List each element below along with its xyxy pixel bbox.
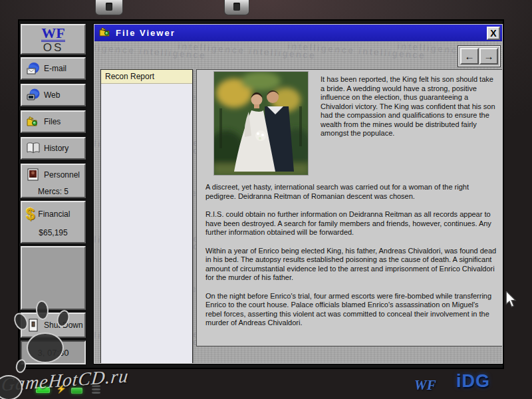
window-titlebar: File Viewer X <box>94 25 502 41</box>
latch-slot <box>233 3 240 11</box>
sidebar-item-label: Files <box>44 117 61 126</box>
window-title: File Viewer <box>116 28 176 38</box>
laptop-bezel: WF OS E-mail Web Files <box>0 0 532 399</box>
document-paragraph: R.I.S. could obtain no further informati… <box>205 210 497 237</box>
next-page-button[interactable]: → <box>479 48 498 65</box>
bezel-brand-wf: WF <box>414 377 436 394</box>
bezel-brand-idg: iDG <box>456 371 490 392</box>
sidebar-item-label: Web <box>44 90 60 100</box>
sidebar-item-label: Personnel <box>44 170 80 180</box>
os-logo: WF OS <box>21 24 86 55</box>
web-icon <box>26 88 41 102</box>
file-list-item-recon-report[interactable]: Recon Report <box>101 70 192 84</box>
dollar-icon: $ <box>26 205 35 223</box>
screen-latch <box>224 0 249 15</box>
mercs-count: Mercs: 5 <box>22 185 84 196</box>
document-lead-paragraph: It has been reported, the King felt his … <box>321 75 496 138</box>
close-button[interactable]: X <box>487 27 500 40</box>
os-logo-wf: WF <box>41 27 65 42</box>
prev-page-button[interactable]: ← <box>460 48 479 65</box>
file-list: Recon Report <box>100 69 193 363</box>
email-icon <box>26 62 41 75</box>
screen-latch <box>95 0 123 15</box>
os-logo-os: OS <box>22 42 84 53</box>
paw-print-watermark <box>0 358 40 399</box>
sidebar-item-web[interactable]: Web <box>21 84 86 106</box>
personnel-photo-icon <box>26 168 41 182</box>
balance-amount: $65,195 <box>22 226 84 237</box>
document-paragraphs: A discreet, yet hasty, international sea… <box>205 183 497 337</box>
mouse-cursor <box>505 291 517 311</box>
page-nav: ← → <box>458 46 500 66</box>
sidebar-item-email[interactable]: E-mail <box>21 57 86 80</box>
history-icon <box>26 142 41 155</box>
sidebar-item-label: E-mail <box>44 64 66 73</box>
wedding-photo <box>214 72 308 175</box>
sidebar-item-label: History <box>44 144 68 153</box>
file-viewer-icon <box>99 27 111 40</box>
window-body: intelligence intelligenceintelligence in… <box>94 41 502 363</box>
document-view: It has been reported, the King felt his … <box>196 69 502 346</box>
files-icon <box>26 115 41 128</box>
document-paragraph: Within a year of Enrico being elected Ki… <box>205 247 497 283</box>
latch-slot <box>106 3 112 11</box>
document-paragraph: On the night before Enrico's trial, four… <box>205 292 497 328</box>
sidebar-item-personnel[interactable]: Personnel Mercs: 5 <box>21 164 86 198</box>
sidebar-item-financial[interactable]: $ Financial $65,195 <box>21 201 86 243</box>
document-paragraph: A discreet, yet hasty, international sea… <box>205 183 497 201</box>
sidebar-item-history[interactable]: History <box>21 137 86 160</box>
file-viewer-window: File Viewer X intelligence intelligencei… <box>93 23 503 364</box>
sidebar-item-label: Financial <box>38 209 70 219</box>
sidebar-item-files[interactable]: Files <box>21 110 86 133</box>
